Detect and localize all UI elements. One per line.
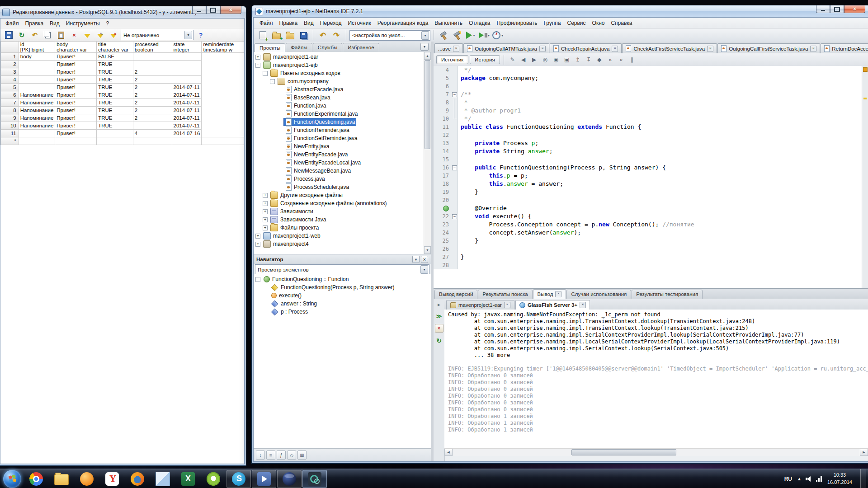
grid-cell[interactable]: Привет! — [55, 76, 97, 84]
table-row[interactable]: 1bodyПривет!FALSE — [1, 53, 244, 61]
grid-cell[interactable]: TRUE — [97, 114, 133, 122]
taskbar-explorer-button[interactable] — [49, 470, 74, 488]
scroll-right-icon[interactable]: ▶ — [860, 449, 868, 456]
close-panel-icon[interactable] — [421, 256, 428, 263]
explorer-tab-Избранное[interactable]: Избранное — [343, 43, 379, 52]
scrollbar-thumb[interactable] — [571, 449, 676, 455]
filter-remove-button[interactable] — [108, 30, 119, 41]
grid-cell[interactable]: Привет! — [55, 84, 97, 91]
expand-icon[interactable]: + — [263, 209, 268, 214]
expand-icon[interactable]: + — [263, 193, 268, 198]
taskbar-skype-button[interactable] — [226, 470, 251, 488]
collapse-icon[interactable]: - — [270, 79, 275, 84]
row-number-cell[interactable]: 9 — [1, 114, 19, 122]
grid-cell[interactable]: 2 — [133, 107, 172, 114]
line-number[interactable]: 6 — [434, 82, 452, 90]
project-tree-node[interactable]: com.mycompany — [277, 78, 330, 85]
code-line[interactable]: 24 concept.setAnswer(answer); — [434, 229, 862, 237]
new-project-button[interactable] — [270, 29, 283, 41]
project-tree-node[interactable]: mavenproject1-ear — [262, 53, 319, 61]
column-header[interactable]: processedboolean — [133, 42, 172, 53]
line-number[interactable]: 16 — [434, 164, 452, 172]
row-number-cell[interactable]: 7 — [1, 99, 19, 107]
new-row-marker[interactable]: * — [1, 137, 19, 145]
project-tree-node[interactable]: NewMessageBean.java — [284, 167, 352, 174]
project-tree-node[interactable]: Зависимости — [269, 208, 314, 215]
taskbar-blue-cube-app-button[interactable] — [151, 470, 175, 488]
code-line[interactable]: 26 — [434, 245, 862, 253]
clean-build-button[interactable] — [451, 29, 463, 41]
grid-cell[interactable]: 2 — [133, 91, 172, 99]
grid-cell[interactable] — [55, 137, 97, 145]
fold-marker[interactable] — [452, 164, 458, 172]
line-number[interactable]: 22 — [434, 212, 452, 221]
code-line[interactable]: 6 — [434, 82, 862, 90]
code-line[interactable]: 12 — [434, 131, 862, 139]
project-tree-node[interactable]: mavenproject4 — [262, 240, 310, 248]
editor-tab[interactable]: OutgoingCallFirstServiceTask.java× — [717, 43, 820, 53]
project-tree-node[interactable]: mavenproject1-web — [262, 232, 321, 239]
run-button[interactable]: ▾ — [464, 29, 477, 41]
expand-icon[interactable]: + — [255, 234, 260, 239]
code-line[interactable]: 28 — [434, 261, 862, 269]
line-number[interactable]: 4 — [434, 66, 452, 74]
grid-cell[interactable] — [172, 61, 202, 68]
project-tree-node[interactable]: Function.java — [284, 102, 327, 109]
grid-cell[interactable] — [19, 84, 55, 91]
project-tree-node[interactable]: NewEntity.java — [284, 143, 330, 150]
grid-cell[interactable] — [133, 137, 172, 145]
grid-cell[interactable] — [19, 137, 55, 145]
highlight-icon[interactable]: ▣ — [562, 55, 572, 65]
grid-cell[interactable]: 2014-07-11 — [172, 107, 202, 114]
pgadmin-menu-item[interactable]: ? — [103, 19, 113, 28]
navigator-item[interactable]: answer : String — [254, 300, 431, 308]
project-tree-node[interactable]: BaseBean.java — [284, 94, 331, 101]
project-tree-item[interactable]: AbstractFacade.java — [254, 85, 431, 94]
code-line[interactable]: 20 — [434, 196, 862, 204]
close-tab-icon[interactable]: × — [810, 46, 816, 52]
code-line[interactable]: 22 void execute() { — [434, 212, 862, 221]
netbeans-menu-item[interactable]: Окно — [589, 19, 608, 27]
view-button-Источник[interactable]: Источник — [436, 55, 468, 64]
project-tree-item[interactable]: +mavenproject4 — [254, 240, 431, 248]
output-tab[interactable]: Случаи использования — [566, 290, 631, 299]
show-inherited-icon[interactable]: ▦ — [297, 450, 307, 460]
stop-button[interactable]: × — [435, 324, 443, 333]
grid-cell[interactable] — [133, 122, 172, 130]
expand-icon[interactable]: + — [263, 225, 268, 230]
code-line[interactable]: 17 this.p = p; — [434, 172, 862, 180]
expand-icon[interactable]: + — [255, 55, 260, 60]
find-icon[interactable]: ◎ — [540, 55, 550, 65]
grid-cell[interactable]: TRUE — [97, 122, 133, 130]
code-editor[interactable]: 4 */5package com.mycompany;67/**8 *9 * @… — [434, 66, 862, 289]
line-number[interactable]: 27 — [434, 253, 452, 261]
line-number[interactable]: 23 — [434, 221, 452, 229]
code-line[interactable]: 23 Process.Conception concept = p.new Co… — [434, 221, 862, 229]
code-line[interactable]: 9 * @author progr1 — [434, 107, 862, 115]
row-number-cell[interactable]: 1 — [1, 53, 19, 61]
expand-icon[interactable]: + — [263, 217, 268, 222]
project-tree-node[interactable]: Зависимости Java — [269, 216, 327, 223]
save-all-button[interactable] — [297, 29, 310, 41]
comment-icon[interactable]: ∥ — [627, 55, 637, 65]
grid-cell[interactable]: TRUE — [97, 68, 133, 76]
navigator-item[interactable]: -FunctionQuestioning :: Function — [254, 275, 431, 283]
navigator-item[interactable]: FunctionQuestioning(Process p, String an… — [254, 283, 431, 291]
close-tab-icon[interactable]: × — [504, 302, 510, 308]
project-tree-node[interactable]: ProcessScheduler.java — [284, 183, 350, 191]
undo-button[interactable]: ↶ — [29, 30, 41, 41]
netbeans-menu-item[interactable]: Источник — [344, 19, 374, 27]
taskbar-excel-button[interactable] — [176, 470, 200, 488]
navigator-tree[interactable]: -FunctionQuestioning :: FunctionFunction… — [254, 274, 431, 449]
line-number[interactable]: 10 — [434, 115, 452, 123]
code-line[interactable]: 10 */ — [434, 115, 862, 123]
output-tab[interactable]: Результаты поиска — [478, 290, 532, 299]
chevron-down-icon[interactable] — [420, 265, 428, 274]
restart-debug-button[interactable]: ≫ — [435, 312, 443, 320]
table-row[interactable]: 10НапоминаниеПривет!TRUE2014-07-11 — [1, 122, 244, 130]
netbeans-menu-item[interactable]: Отладка — [466, 19, 493, 27]
project-tree-node[interactable]: FunctionQuestioning.java — [284, 118, 356, 126]
grid-cell[interactable]: TRUE — [97, 76, 133, 84]
grid-cell[interactable]: 2014-07-11 — [172, 114, 202, 122]
netbeans-menu-item[interactable]: Вид — [301, 19, 317, 27]
